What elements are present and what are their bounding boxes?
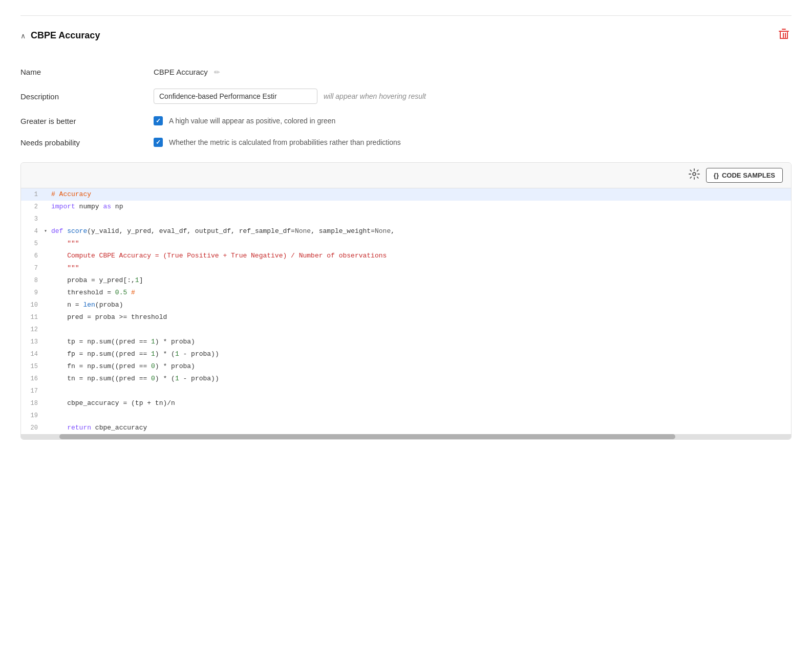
probability-label: Needs probability <box>20 138 133 147</box>
greater-hint: A high value will appear as positive, co… <box>169 117 335 125</box>
probability-row: Needs probability Whether the metric is … <box>20 138 792 147</box>
svg-rect-4 <box>780 38 788 39</box>
collapse-icon[interactable]: ∧ <box>20 32 26 40</box>
description-label: Description <box>20 92 133 101</box>
probability-checkbox[interactable] <box>154 138 163 147</box>
probability-hint: Whether the metric is calculated from pr… <box>169 138 401 146</box>
code-line: 9 threshold = 0.5 # <box>21 287 791 299</box>
code-line: 20 return cbpe_accuracy <box>21 422 791 434</box>
code-line: 3 <box>21 213 791 225</box>
name-value-area: CBPE Accuracy ✏ <box>154 68 220 76</box>
code-editor-section: {} CODE SAMPLES 1 # Accuracy 2 import nu… <box>20 162 792 440</box>
scrollbar-thumb[interactable] <box>59 434 675 439</box>
code-line: 5 """ <box>21 238 791 250</box>
main-container: ∧ CBPE Accuracy Name CBPE Accuracy ✏ <box>0 0 812 645</box>
svg-point-7 <box>693 173 696 176</box>
code-line: 8 proba = y_pred[:,1] <box>21 274 791 287</box>
code-line: 19 <box>21 410 791 422</box>
code-samples-label: CODE SAMPLES <box>722 171 775 179</box>
code-line: 11 pred = proba >= threshold <box>21 311 791 324</box>
code-line: 16 tn = np.sum((pred == 0) * (1 - proba)… <box>21 373 791 385</box>
name-row: Name CBPE Accuracy ✏ <box>20 68 792 76</box>
code-line: 14 fp = np.sum((pred == 1) * (1 - proba)… <box>21 348 791 360</box>
greater-label: Greater is better <box>20 117 133 125</box>
code-line: 10 n = len(proba) <box>21 299 791 311</box>
probability-value-area: Whether the metric is calculated from pr… <box>154 138 401 147</box>
code-line: 15 fn = np.sum((pred == 0) * proba) <box>21 360 791 373</box>
section-title: CBPE Accuracy <box>31 30 100 41</box>
settings-button[interactable] <box>689 168 700 182</box>
description-value-area: will appear when hovering result <box>154 89 426 104</box>
edit-name-icon[interactable]: ✏ <box>214 68 220 76</box>
code-samples-button[interactable]: {} CODE SAMPLES <box>706 168 783 183</box>
code-line: 12 <box>21 324 791 336</box>
description-row: Description will appear when hovering re… <box>20 89 792 104</box>
description-hint: will appear when hovering result <box>324 92 426 100</box>
code-line: 7 """ <box>21 262 791 274</box>
header-row: ∧ CBPE Accuracy <box>20 15 792 53</box>
code-toolbar: {} CODE SAMPLES <box>21 163 791 188</box>
code-editor-body[interactable]: 1 # Accuracy 2 import numpy as np 3 4 ▾ … <box>21 188 791 434</box>
code-line: 6 Compute CBPE Accuracy = (True Positive… <box>21 250 791 262</box>
title-area: ∧ CBPE Accuracy <box>20 30 100 41</box>
description-input[interactable] <box>154 89 317 104</box>
svg-rect-1 <box>782 29 786 30</box>
code-line: 4 ▾ def score(y_valid, y_pred, eval_df, … <box>21 225 791 238</box>
svg-rect-2 <box>780 32 781 39</box>
code-line: 17 <box>21 385 791 397</box>
name-value: CBPE Accuracy <box>154 68 208 76</box>
code-line: 13 tp = np.sum((pred == 1) * proba) <box>21 336 791 348</box>
horizontal-scrollbar[interactable] <box>21 434 791 439</box>
svg-rect-3 <box>787 32 788 39</box>
svg-rect-6 <box>785 33 786 38</box>
code-line: 1 # Accuracy <box>21 188 791 201</box>
code-samples-prefix: {} <box>714 171 719 179</box>
name-label: Name <box>20 68 133 76</box>
greater-row: Greater is better A high value will appe… <box>20 116 792 125</box>
greater-checkbox[interactable] <box>154 116 163 125</box>
greater-value-area: A high value will appear as positive, co… <box>154 116 335 125</box>
svg-rect-0 <box>779 31 789 32</box>
code-line: 2 import numpy as np <box>21 201 791 213</box>
delete-button[interactable] <box>776 26 792 45</box>
svg-rect-5 <box>783 33 784 38</box>
form-section: Name CBPE Accuracy ✏ Description will ap… <box>20 68 792 147</box>
code-line: 18 cbpe_accuracy = (tp + tn)/n <box>21 397 791 410</box>
